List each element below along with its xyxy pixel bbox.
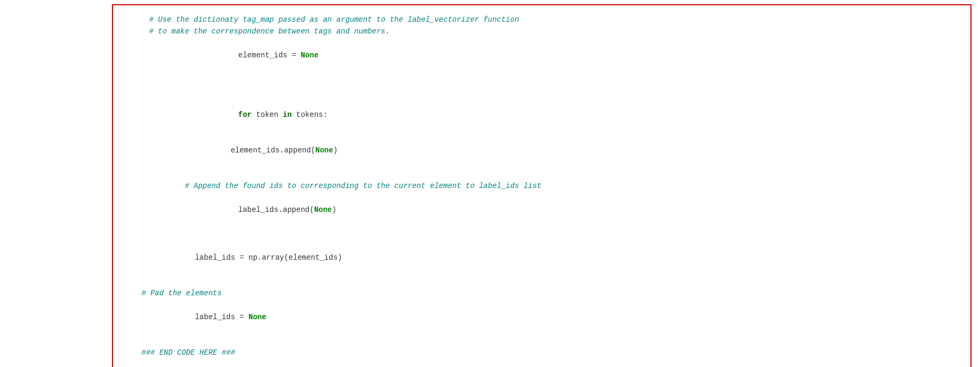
cell-content-top: # Use the dictionaty tag_map passed as a…: [103, 0, 980, 367]
blank-line: [124, 168, 960, 180]
blank-line: [124, 73, 960, 85]
code-text: ): [333, 146, 337, 155]
code-line: label_ids = None: [124, 299, 960, 335]
keyword-in: in: [283, 110, 292, 119]
code-cell-top: # Use the dictionaty tag_map passed as a…: [0, 0, 980, 367]
code-text: token: [251, 110, 283, 119]
code-text: element_ids.append(: [177, 146, 315, 155]
none-value: None: [315, 146, 333, 155]
code-text: tokens:: [292, 110, 327, 119]
code-text: label_ids = np.array(element_ids): [177, 253, 342, 262]
code-line: # to make the correspondence between tag…: [124, 25, 960, 37]
blank-line: [124, 276, 960, 287]
code-line: label_ids = np.array(element_ids): [124, 240, 960, 275]
keyword-for: for: [203, 110, 251, 119]
code-line: label_ids.append(None): [124, 192, 960, 228]
code-line: # Use the dictionaty tag_map passed as a…: [124, 14, 960, 25]
code-line: # Pad the elements: [124, 287, 960, 299]
code-text: element_ids =: [203, 51, 301, 59]
none-value: None: [314, 206, 332, 214]
blank-line: [124, 228, 960, 240]
none-value: None: [301, 51, 319, 59]
code-line: element_ids = None: [124, 38, 960, 73]
code-text: ): [332, 206, 336, 214]
notebook: # Use the dictionaty tag_map passed as a…: [0, 0, 980, 367]
red-border-code-block: # Use the dictionaty tag_map passed as a…: [112, 4, 972, 367]
code-line: for token in tokens:: [124, 97, 960, 133]
code-line: # Append the found ids to corresponding …: [124, 180, 960, 192]
blank-line: [124, 335, 960, 347]
code-line: ### END CODE HERE ###: [124, 347, 960, 359]
cell-gutter-top: [0, 0, 103, 367]
code-text: label_ids.append(: [203, 206, 314, 214]
none-value: None: [248, 313, 266, 321]
blank-line: [124, 85, 960, 97]
code-text: label_ids =: [177, 313, 248, 321]
code-line: element_ids.append(None): [124, 133, 960, 168]
